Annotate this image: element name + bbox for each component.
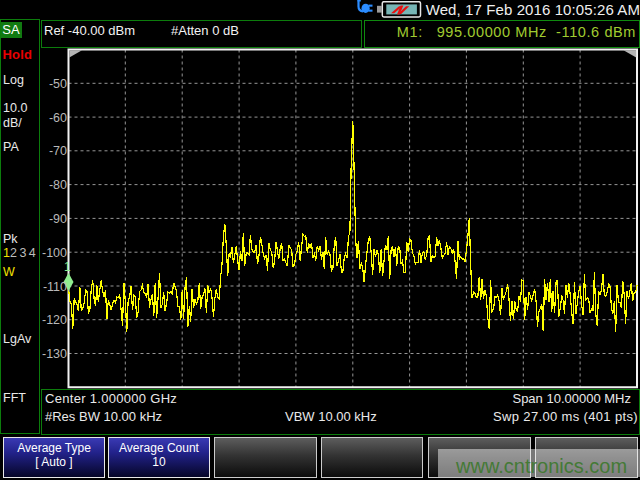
svg-text:-130: -130 — [42, 347, 67, 361]
svg-text:-90: -90 — [49, 212, 67, 226]
svg-text:-70: -70 — [49, 144, 67, 158]
svg-text:-120: -120 — [42, 313, 67, 327]
svg-text:-60: -60 — [49, 111, 67, 125]
svg-text:1: 1 — [64, 260, 71, 274]
svg-text:-50: -50 — [49, 77, 67, 91]
svg-text:-80: -80 — [49, 178, 67, 192]
svg-text:-100: -100 — [42, 246, 67, 260]
svg-text:-110: -110 — [43, 280, 67, 294]
